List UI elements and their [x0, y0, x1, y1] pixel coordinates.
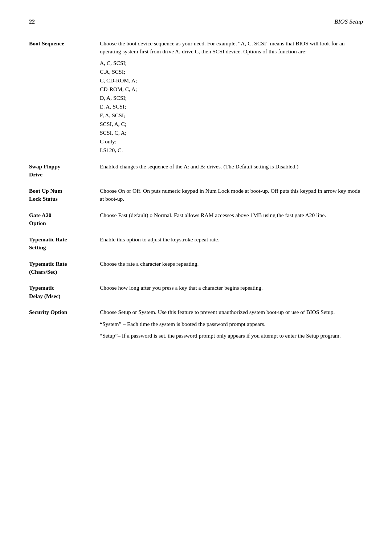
- gate-a20-option-definition: Choose Fast (default) o Normal. Fast all…: [100, 208, 363, 233]
- security-option-term: Security Option: [29, 305, 100, 345]
- table-row: Typematic RateSettingEnable this option …: [29, 233, 363, 257]
- boot-up-num-lock-def-text: Choose On or Off. On puts numeric keypad…: [100, 187, 363, 203]
- boot-options-list: A, C, SCSI;C,A, SCSI;C, CD-ROM, A;CD-ROM…: [100, 59, 363, 155]
- boot-option-item: A, C, SCSI;: [100, 59, 363, 68]
- boot-option-item: F, A, SCSI;: [100, 111, 363, 120]
- content-table: Boot SequenceChoose the boot device sequ…: [29, 37, 363, 345]
- table-row: TypematicDelay (Msec)Choose how long aft…: [29, 281, 363, 305]
- table-row: Boot Up NumLock StatusChoose On or Off. …: [29, 184, 363, 208]
- boot-option-item: C, CD-ROM, A;: [100, 76, 363, 85]
- boot-option-item: C,A, SCSI;: [100, 68, 363, 76]
- boot-option-item: D, A, SCSI;: [100, 94, 363, 102]
- typematic-rate-chars-def-text: Choose the rate a character keeps repeat…: [100, 260, 363, 268]
- table-row: Swap FloppyDriveEnabled changes the sequ…: [29, 160, 363, 184]
- boot-option-item: SCSI, C, A;: [100, 128, 363, 137]
- boot-up-num-lock-definition: Choose On or Off. On puts numeric keypad…: [100, 184, 363, 208]
- gate-a20-option-term: Gate A20Option: [29, 208, 100, 233]
- boot-option-item: E, A, SCSI;: [100, 102, 363, 111]
- security-option-sub-paragraph: “System” – Each time the system is boote…: [100, 320, 363, 328]
- typematic-delay-definition: Choose how long after you press a key th…: [100, 281, 363, 305]
- boot-sequence-term: Boot Sequence: [29, 37, 100, 160]
- table-row: Typematic Rate(Chars/Sec)Choose the rate…: [29, 257, 363, 281]
- typematic-rate-setting-term: Typematic RateSetting: [29, 233, 100, 257]
- page-header: 22 BIOS Setup: [29, 17, 363, 26]
- boot-sequence-def-text: Choose the boot device sequence as your …: [100, 40, 363, 56]
- typematic-delay-term: TypematicDelay (Msec): [29, 281, 100, 305]
- table-row: Gate A20OptionChoose Fast (default) o No…: [29, 208, 363, 233]
- table-row: Boot SequenceChoose the boot device sequ…: [29, 37, 363, 160]
- page-title: BIOS Setup: [334, 17, 363, 26]
- typematic-rate-chars-term: Typematic Rate(Chars/Sec): [29, 257, 100, 281]
- boot-up-num-lock-term: Boot Up NumLock Status: [29, 184, 100, 208]
- boot-option-item: CD-ROM, C, A;: [100, 85, 363, 94]
- page-number: 22: [29, 17, 35, 26]
- gate-a20-option-def-text: Choose Fast (default) o Normal. Fast all…: [100, 211, 363, 219]
- typematic-rate-setting-def-text: Enable this option to adjust the keystro…: [100, 236, 363, 244]
- boot-sequence-definition: Choose the boot device sequence as your …: [100, 37, 363, 160]
- security-option-sub-paragraph: “Setup”– If a password is set, the passw…: [100, 332, 363, 340]
- typematic-delay-def-text: Choose how long after you press a key th…: [100, 284, 363, 292]
- swap-floppy-drive-term: Swap FloppyDrive: [29, 160, 100, 184]
- typematic-rate-setting-definition: Enable this option to adjust the keystro…: [100, 233, 363, 257]
- swap-floppy-drive-def-text: Enabled changes the sequence of the A: a…: [100, 163, 363, 171]
- boot-option-item: SCSI, A, C;: [100, 120, 363, 128]
- security-option-definition: Choose Setup or System. Use this feature…: [100, 305, 363, 345]
- boot-option-item: C only;: [100, 137, 363, 146]
- table-row: Security OptionChoose Setup or System. U…: [29, 305, 363, 345]
- typematic-rate-chars-definition: Choose the rate a character keeps repeat…: [100, 257, 363, 281]
- boot-option-item: LS120, C.: [100, 146, 363, 155]
- swap-floppy-drive-definition: Enabled changes the sequence of the A: a…: [100, 160, 363, 184]
- security-option-def-text: Choose Setup or System. Use this feature…: [100, 308, 363, 316]
